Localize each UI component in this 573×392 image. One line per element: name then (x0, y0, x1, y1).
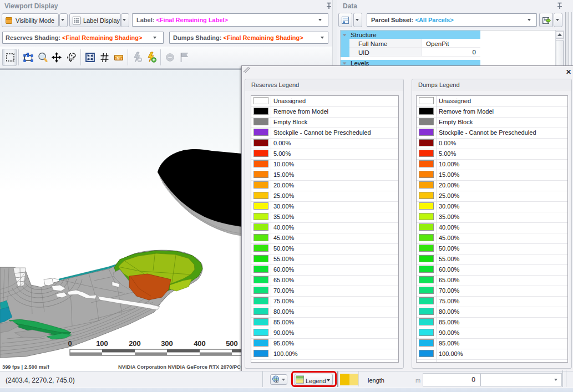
svg-text:100: 100 (96, 339, 108, 348)
svg-text:NVIDIA Corporation NVIDIA GeFo: NVIDIA Corporation NVIDIA GeForce RTX 20… (118, 364, 242, 370)
svg-text:500: 500 (226, 339, 238, 348)
svg-text:400: 400 (194, 339, 206, 348)
svg-text:300: 300 (161, 339, 173, 348)
svg-text:200: 200 (129, 339, 141, 348)
svg-text:399 fps | 2.500 ms/f: 399 fps | 2.500 ms/f (2, 364, 50, 370)
svg-text:0: 0 (68, 339, 72, 348)
